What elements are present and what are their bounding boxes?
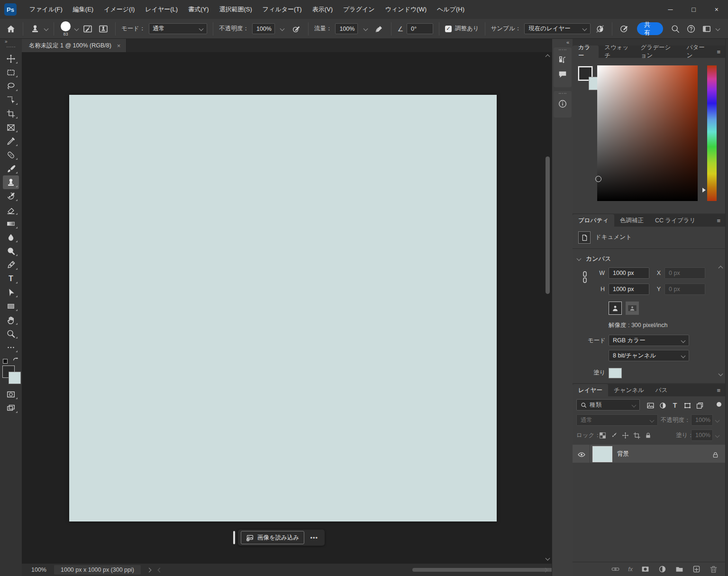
menu-layer[interactable]: レイヤー(L) [140,5,183,14]
tab-properties[interactable]: プロパティ [573,214,614,227]
x-field[interactable]: 0 px [664,267,705,279]
saturation-brightness-field[interactable] [597,65,698,201]
color-cursor[interactable] [595,176,601,182]
blur-tool[interactable] [3,230,19,244]
lasso-tool[interactable] [3,79,19,93]
lock-artboard-icon[interactable] [631,430,642,441]
dock-collapse-icon[interactable]: « [566,39,569,45]
scroll-down-icon[interactable] [546,556,550,561]
load-image-button[interactable]: 画像を読み込み [241,531,304,544]
sample-select[interactable]: 現在のレイヤー [524,23,591,34]
new-layer-icon[interactable] [692,565,701,574]
eyedropper-tool[interactable] [3,134,19,148]
layer-filter-select[interactable]: 種類 [576,399,640,411]
menu-help[interactable]: ヘルプ(H) [432,5,470,14]
maximize-button[interactable]: □ [692,6,695,13]
dock-grip[interactable] [559,49,566,50]
frame-tool[interactable] [3,120,19,134]
brush-settings-panel-icon[interactable] [82,23,94,35]
help-icon[interactable] [685,23,697,35]
hue-slider[interactable] [707,65,717,201]
lock-transparency-icon[interactable] [597,430,608,441]
status-expand-icon[interactable] [147,567,152,572]
layer-fill-field[interactable]: 100% [691,430,713,441]
tab-paths[interactable]: パス [650,384,673,396]
ignore-adjustment-layers-icon[interactable] [594,23,606,35]
menu-type[interactable]: 書式(Y) [183,5,214,14]
hue-slider-arrow[interactable] [702,188,706,192]
crop-tool[interactable] [3,107,19,120]
filter-toggle-icon[interactable] [717,402,721,407]
marquee-tool[interactable] [3,65,19,79]
share-button[interactable]: 共有 [637,22,663,35]
zoom-tool[interactable] [3,327,19,340]
comments-panel-icon[interactable] [558,67,567,82]
menu-file[interactable]: ファイル(F) [24,5,68,14]
vertical-scroll-thumb[interactable] [546,156,550,294]
landscape-orientation-button[interactable] [626,302,639,315]
swap-colors-icon[interactable] [12,356,19,363]
horizontal-scroll-thumb[interactable] [412,568,557,572]
mode-select[interactable]: 通常 [149,23,208,34]
portrait-orientation-button[interactable] [609,302,622,315]
layer-row[interactable]: 背景 [573,445,725,463]
link-layers-icon[interactable] [611,565,620,574]
close-tab-icon[interactable]: × [117,42,121,49]
tab-channels[interactable]: チャンネル [608,384,650,396]
clone-stamp-tool[interactable] [3,175,19,189]
link-dimensions-icon[interactable] [581,270,589,284]
tab-color[interactable]: カラー [573,46,599,58]
dock-grip[interactable] [559,93,566,94]
gradient-tool[interactable] [3,217,19,230]
menu-plugins[interactable]: プラグイン [338,5,380,14]
drag-handle[interactable] [233,531,235,544]
clone-stamp-preset-icon[interactable] [29,23,41,35]
toolbox-collapse-icon[interactable]: » [0,39,22,45]
background-color-swatch[interactable] [9,372,21,384]
chevron-down-icon[interactable] [716,27,720,31]
tab-gradients[interactable]: グラデーション [635,46,681,58]
canvas-document[interactable] [69,95,497,521]
menu-window[interactable]: ウィンドウ(W) [380,5,432,14]
zoom-level[interactable]: 100% [22,567,54,573]
menu-view[interactable]: 表示(V) [307,5,338,14]
layer-name[interactable]: 背景 [617,448,629,459]
pressure-opacity-icon[interactable] [290,23,302,35]
airbrush-icon[interactable] [373,23,385,35]
menu-select[interactable]: 選択範囲(S) [214,5,257,14]
chevron-down-icon[interactable] [74,27,79,31]
tab-swatches[interactable]: スウォッチ [599,46,635,58]
info-panel-icon[interactable] [558,97,567,111]
lock-position-icon[interactable] [620,430,630,441]
opacity-dropdown-icon[interactable] [278,23,287,35]
path-selection-tool[interactable] [3,285,19,299]
tab-adjustments[interactable]: 色調補正 [614,214,649,227]
menu-filter[interactable]: フィルター(T) [257,5,307,14]
menu-edit[interactable]: 編集(E) [68,5,99,14]
angle-field[interactable]: 0° [407,23,433,34]
filter-adjustment-layers-icon[interactable] [657,399,668,411]
y-field[interactable]: 0 px [664,283,705,295]
eraser-tool[interactable] [3,203,19,217]
tab-patterns[interactable]: パターン [681,46,712,58]
aligned-checkbox[interactable]: ✓ [445,26,452,32]
color-mode-select[interactable]: RGB カラー [609,335,689,346]
toolbox-grip[interactable] [7,46,15,49]
section-collapse-icon[interactable] [577,256,582,261]
more-tools-icon[interactable] [3,340,19,354]
brush-preset-picker[interactable]: 83 [61,21,71,37]
move-tool[interactable] [3,52,19,65]
scroll-down-icon[interactable] [719,372,723,376]
layer-thumbnail[interactable] [592,446,612,462]
tab-cc-libraries[interactable]: CC ライブラリ [649,214,701,227]
filter-smart-objects-icon[interactable] [694,399,705,411]
filter-pixel-layers-icon[interactable] [645,399,656,411]
history-panel-icon[interactable] [558,53,567,67]
rectangle-tool[interactable] [3,299,19,313]
height-field[interactable]: 1000 px [609,283,649,295]
scroll-up-icon[interactable] [546,55,550,59]
width-field[interactable]: 1000 px [609,267,649,279]
search-icon[interactable] [669,23,682,35]
panel-menu-icon[interactable]: ≡ [712,46,725,58]
home-icon[interactable] [5,23,17,35]
